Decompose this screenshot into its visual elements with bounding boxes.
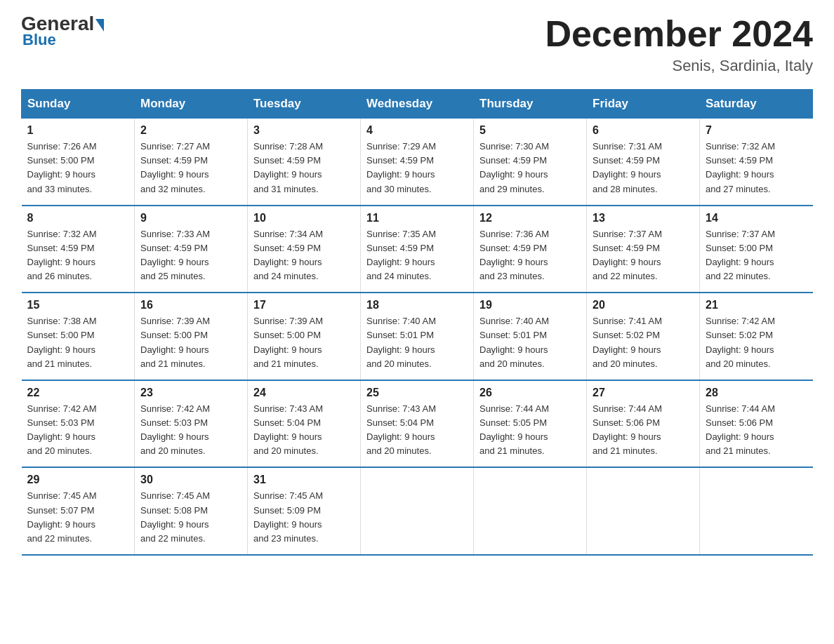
calendar-cell: 30 Sunrise: 7:45 AM Sunset: 5:08 PM Dayl…	[135, 467, 248, 555]
calendar-cell: 6 Sunrise: 7:31 AM Sunset: 4:59 PM Dayli…	[587, 119, 700, 206]
day-number: 7	[706, 124, 807, 137]
calendar-cell: 5 Sunrise: 7:30 AM Sunset: 4:59 PM Dayli…	[474, 119, 587, 206]
day-number: 12	[479, 212, 581, 224]
day-info: Sunrise: 7:26 AM Sunset: 5:00 PM Dayligh…	[27, 140, 129, 196]
day-number: 28	[706, 387, 807, 399]
day-number: 27	[593, 387, 694, 399]
calendar-cell	[700, 467, 813, 555]
day-number: 13	[593, 212, 694, 224]
day-info: Sunrise: 7:38 AM Sunset: 5:00 PM Dayligh…	[27, 314, 129, 371]
calendar-cell: 17 Sunrise: 7:39 AM Sunset: 5:00 PM Dayl…	[248, 293, 361, 380]
calendar-cell: 25 Sunrise: 7:43 AM Sunset: 5:04 PM Dayl…	[361, 380, 474, 468]
header-day-thursday: Thursday	[474, 90, 587, 119]
calendar-cell: 2 Sunrise: 7:27 AM Sunset: 4:59 PM Dayli…	[135, 119, 248, 206]
day-info: Sunrise: 7:37 AM Sunset: 5:00 PM Dayligh…	[706, 227, 807, 284]
calendar-cell: 20 Sunrise: 7:41 AM Sunset: 5:02 PM Dayl…	[587, 293, 700, 380]
day-info: Sunrise: 7:39 AM Sunset: 5:00 PM Dayligh…	[140, 314, 241, 371]
day-number: 17	[253, 299, 355, 311]
day-number: 29	[27, 474, 129, 486]
day-info: Sunrise: 7:45 AM Sunset: 5:09 PM Dayligh…	[253, 489, 355, 546]
calendar-cell	[361, 467, 474, 555]
day-info: Sunrise: 7:30 AM Sunset: 4:59 PM Dayligh…	[479, 140, 581, 196]
day-info: Sunrise: 7:40 AM Sunset: 5:01 PM Dayligh…	[479, 314, 581, 371]
title-section: December 2024 Senis, Sardinia, Italy	[545, 14, 813, 75]
day-info: Sunrise: 7:31 AM Sunset: 4:59 PM Dayligh…	[593, 140, 694, 196]
calendar-cell: 24 Sunrise: 7:43 AM Sunset: 5:04 PM Dayl…	[248, 380, 361, 468]
day-number: 16	[140, 299, 241, 311]
page-header: General Blue December 2024 Senis, Sardin…	[21, 14, 813, 75]
day-info: Sunrise: 7:42 AM Sunset: 5:02 PM Dayligh…	[706, 314, 807, 371]
day-info: Sunrise: 7:41 AM Sunset: 5:02 PM Dayligh…	[593, 314, 694, 371]
calendar-week-3: 15 Sunrise: 7:38 AM Sunset: 5:00 PM Dayl…	[22, 293, 813, 380]
calendar-cell: 9 Sunrise: 7:33 AM Sunset: 4:59 PM Dayli…	[135, 206, 248, 293]
calendar-cell: 18 Sunrise: 7:40 AM Sunset: 5:01 PM Dayl…	[361, 293, 474, 380]
header-day-friday: Friday	[587, 90, 700, 119]
day-number: 19	[479, 299, 581, 311]
location: Senis, Sardinia, Italy	[545, 57, 813, 75]
day-info: Sunrise: 7:39 AM Sunset: 5:00 PM Dayligh…	[253, 314, 355, 371]
calendar-table: SundayMondayTuesdayWednesdayThursdayFrid…	[21, 89, 813, 556]
calendar-header-row: SundayMondayTuesdayWednesdayThursdayFrid…	[22, 90, 813, 119]
day-info: Sunrise: 7:44 AM Sunset: 5:05 PM Dayligh…	[479, 402, 581, 459]
header-day-sunday: Sunday	[22, 90, 135, 119]
calendar-cell: 11 Sunrise: 7:35 AM Sunset: 4:59 PM Dayl…	[361, 206, 474, 293]
calendar-cell	[474, 467, 587, 555]
day-info: Sunrise: 7:33 AM Sunset: 4:59 PM Dayligh…	[140, 227, 241, 284]
day-info: Sunrise: 7:42 AM Sunset: 5:03 PM Dayligh…	[140, 402, 241, 459]
day-number: 4	[366, 124, 468, 137]
day-info: Sunrise: 7:27 AM Sunset: 4:59 PM Dayligh…	[140, 140, 241, 196]
logo: General Blue	[21, 14, 104, 49]
day-number: 25	[366, 387, 468, 399]
calendar-week-5: 29 Sunrise: 7:45 AM Sunset: 5:07 PM Dayl…	[22, 467, 813, 555]
day-info: Sunrise: 7:29 AM Sunset: 4:59 PM Dayligh…	[366, 140, 468, 196]
calendar-cell: 22 Sunrise: 7:42 AM Sunset: 5:03 PM Dayl…	[22, 380, 135, 468]
day-number: 26	[479, 387, 581, 399]
day-number: 24	[253, 387, 355, 399]
day-number: 30	[140, 474, 241, 486]
calendar-cell: 4 Sunrise: 7:29 AM Sunset: 4:59 PM Dayli…	[361, 119, 474, 206]
calendar-cell: 8 Sunrise: 7:32 AM Sunset: 4:59 PM Dayli…	[22, 206, 135, 293]
day-number: 11	[366, 212, 468, 224]
header-day-wednesday: Wednesday	[361, 90, 474, 119]
calendar-cell: 15 Sunrise: 7:38 AM Sunset: 5:00 PM Dayl…	[22, 293, 135, 380]
day-number: 1	[27, 124, 129, 137]
day-info: Sunrise: 7:40 AM Sunset: 5:01 PM Dayligh…	[366, 314, 468, 371]
logo-bottom: Blue	[21, 31, 56, 49]
calendar-week-4: 22 Sunrise: 7:42 AM Sunset: 5:03 PM Dayl…	[22, 380, 813, 468]
month-title: December 2024	[545, 14, 813, 54]
day-info: Sunrise: 7:32 AM Sunset: 4:59 PM Dayligh…	[706, 140, 807, 196]
day-number: 21	[706, 299, 807, 311]
day-info: Sunrise: 7:36 AM Sunset: 4:59 PM Dayligh…	[479, 227, 581, 284]
calendar-cell: 26 Sunrise: 7:44 AM Sunset: 5:05 PM Dayl…	[474, 380, 587, 468]
calendar-cell: 3 Sunrise: 7:28 AM Sunset: 4:59 PM Dayli…	[248, 119, 361, 206]
calendar-week-2: 8 Sunrise: 7:32 AM Sunset: 4:59 PM Dayli…	[22, 206, 813, 293]
calendar-cell: 21 Sunrise: 7:42 AM Sunset: 5:02 PM Dayl…	[700, 293, 813, 380]
day-info: Sunrise: 7:44 AM Sunset: 5:06 PM Dayligh…	[706, 402, 807, 459]
calendar-cell: 12 Sunrise: 7:36 AM Sunset: 4:59 PM Dayl…	[474, 206, 587, 293]
day-number: 23	[140, 387, 241, 399]
day-number: 15	[27, 299, 129, 311]
day-info: Sunrise: 7:42 AM Sunset: 5:03 PM Dayligh…	[27, 402, 129, 459]
day-info: Sunrise: 7:43 AM Sunset: 5:04 PM Dayligh…	[253, 402, 355, 459]
calendar-cell: 23 Sunrise: 7:42 AM Sunset: 5:03 PM Dayl…	[135, 380, 248, 468]
day-info: Sunrise: 7:35 AM Sunset: 4:59 PM Dayligh…	[366, 227, 468, 284]
calendar-week-1: 1 Sunrise: 7:26 AM Sunset: 5:00 PM Dayli…	[22, 119, 813, 206]
day-number: 10	[253, 212, 355, 224]
day-info: Sunrise: 7:37 AM Sunset: 4:59 PM Dayligh…	[593, 227, 694, 284]
day-info: Sunrise: 7:43 AM Sunset: 5:04 PM Dayligh…	[366, 402, 468, 459]
day-number: 3	[253, 124, 355, 137]
day-number: 14	[706, 212, 807, 224]
day-number: 6	[593, 124, 694, 137]
day-number: 9	[140, 212, 241, 224]
day-number: 8	[27, 212, 129, 224]
calendar-cell: 31 Sunrise: 7:45 AM Sunset: 5:09 PM Dayl…	[248, 467, 361, 555]
day-info: Sunrise: 7:34 AM Sunset: 4:59 PM Dayligh…	[253, 227, 355, 284]
calendar-cell: 1 Sunrise: 7:26 AM Sunset: 5:00 PM Dayli…	[22, 119, 135, 206]
day-info: Sunrise: 7:45 AM Sunset: 5:08 PM Dayligh…	[140, 489, 241, 546]
calendar-cell: 29 Sunrise: 7:45 AM Sunset: 5:07 PM Dayl…	[22, 467, 135, 555]
calendar-cell	[587, 467, 700, 555]
calendar-cell: 14 Sunrise: 7:37 AM Sunset: 5:00 PM Dayl…	[700, 206, 813, 293]
day-info: Sunrise: 7:32 AM Sunset: 4:59 PM Dayligh…	[27, 227, 129, 284]
day-number: 31	[253, 474, 355, 486]
calendar-cell: 27 Sunrise: 7:44 AM Sunset: 5:06 PM Dayl…	[587, 380, 700, 468]
